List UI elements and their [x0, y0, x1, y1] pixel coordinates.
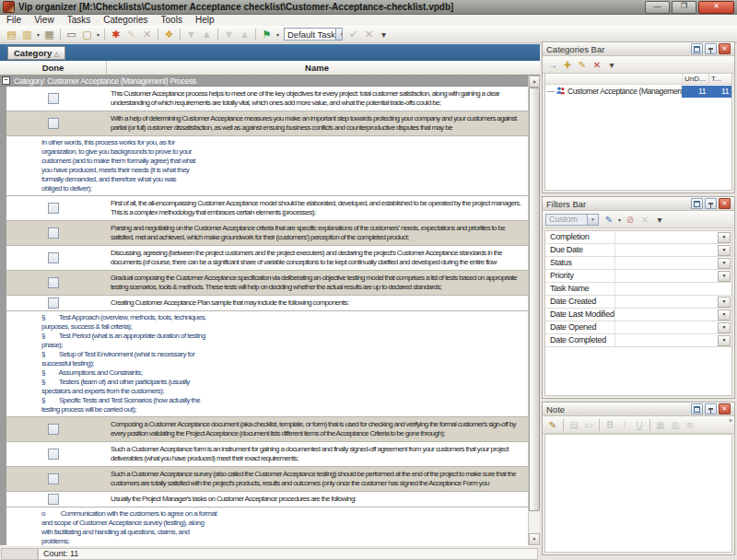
group-header-row[interactable]: −Category: Customer Acceptance (Manageme…: [0, 76, 528, 87]
categories-close-icon[interactable]: ✕: [719, 43, 731, 54]
bullet-list-icon[interactable]: ≣: [683, 418, 697, 431]
save-database-icon[interactable]: ▦: [41, 27, 57, 41]
filter-dropdown-icon[interactable]: ▼: [718, 335, 731, 346]
underline-icon[interactable]: U: [632, 418, 647, 431]
clear-filter-icon[interactable]: ⊘: [623, 213, 638, 226]
minimize-button[interactable]: —: [645, 1, 670, 14]
menu-item-categories[interactable]: Categories: [97, 15, 154, 26]
move-down-icon[interactable]: ▼: [183, 27, 199, 41]
complete-task-icon[interactable]: ❖: [161, 27, 177, 41]
task-row[interactable]: Parsing and negotiating on the Customer …: [6, 221, 528, 246]
add-category-icon[interactable]: ✚: [560, 58, 575, 71]
apply-filter-icon[interactable]: ✎: [602, 213, 616, 226]
filter-dropdown-icon[interactable]: ▼: [718, 232, 731, 243]
cancel-template-icon[interactable]: ✕: [361, 27, 377, 41]
filter-preset-combo[interactable]: Custom ▼: [545, 214, 599, 226]
expand-all-icon[interactable]: ▼: [221, 27, 237, 41]
task-checkbox[interactable]: [48, 203, 59, 214]
task-row[interactable]: This Customer Acceptance process helps t…: [6, 87, 528, 111]
column-header-name[interactable]: Name: [107, 61, 527, 75]
menu-item-help[interactable]: Help: [189, 15, 221, 26]
toolbar-overflow-icon[interactable]: ▾: [377, 28, 391, 41]
task-row[interactable]: Discussing, agreeing (between the projec…: [6, 246, 528, 271]
filter-dropdown-icon[interactable]: ▼: [718, 297, 731, 308]
combo-dropdown-icon[interactable]: ▼: [335, 29, 343, 40]
insert-image-icon[interactable]: ▦: [653, 418, 668, 431]
filters-toolbar-overflow-icon[interactable]: ▾: [652, 213, 667, 226]
categories-toolbar-overflow-icon[interactable]: ▾: [604, 58, 619, 71]
new-note-page-icon[interactable]: ▤: [567, 418, 581, 431]
task-checkbox[interactable]: [48, 494, 59, 505]
filter-dropdown-icon[interactable]: ▼: [718, 258, 731, 269]
close-button[interactable]: ✕: [698, 1, 734, 14]
edit-note-icon[interactable]: ✎: [545, 418, 560, 431]
italic-icon[interactable]: I: [617, 418, 632, 431]
edit-category-icon[interactable]: ✎: [575, 58, 590, 71]
total-column-header[interactable]: T...: [708, 74, 731, 84]
task-row[interactable]: Such a Customer Acceptance survey (also …: [6, 467, 528, 492]
task-row[interactable]: First of all, the all-encompassing Custo…: [6, 196, 528, 221]
edit-task-icon[interactable]: ✎: [123, 27, 139, 41]
apply-filter-dropdown-icon[interactable]: ▾: [616, 216, 623, 223]
print-preview-icon[interactable]: ▢: [79, 27, 95, 41]
task-checkbox[interactable]: [48, 298, 59, 309]
task-row[interactable]: Gradual composing the Customer Acceptanc…: [6, 271, 528, 296]
print-note-icon[interactable]: ▭: [581, 418, 596, 431]
task-row[interactable]: Usually the Project Manager's tasks on C…: [6, 492, 528, 508]
scroll-up-button[interactable]: ▲: [529, 76, 540, 88]
add-task-to-category-icon[interactable]: →: [545, 58, 560, 71]
filter-preset-dropdown-icon[interactable]: ▼: [587, 215, 598, 225]
delete-task-icon[interactable]: ✕: [139, 27, 155, 41]
task-template-combo[interactable]: Default Task▼: [284, 28, 343, 41]
menu-item-tools[interactable]: Tools: [155, 15, 189, 26]
scrollbar-thumb[interactable]: [529, 88, 540, 511]
filters-restore-icon[interactable]: [691, 198, 703, 209]
note-pin-icon[interactable]: [705, 403, 717, 414]
filters-pin-icon[interactable]: [705, 198, 717, 209]
task-checkbox[interactable]: [48, 228, 59, 239]
apply-template-icon[interactable]: ✔: [345, 27, 361, 41]
open-database-icon[interactable]: ▥: [19, 27, 35, 41]
note-content[interactable]: [544, 434, 732, 553]
bold-icon[interactable]: B: [602, 418, 617, 431]
task-row[interactable]: Creating Customer Acceptance Plan sample…: [6, 296, 528, 311]
task-checkbox[interactable]: [48, 449, 59, 460]
column-header-done[interactable]: Done: [0, 61, 107, 75]
filter-dropdown-icon[interactable]: ▼: [718, 322, 731, 333]
task-checkbox[interactable]: [48, 277, 59, 288]
collapse-all-icon[interactable]: ▲: [237, 27, 252, 41]
filter-dropdown-icon[interactable]: ▼: [718, 245, 731, 256]
maximize-button[interactable]: ❐: [672, 1, 696, 14]
insert-table-icon[interactable]: ▥: [668, 418, 683, 431]
delete-category-icon[interactable]: ✕: [590, 58, 604, 71]
highlight-flag-icon[interactable]: ⚑: [259, 27, 275, 41]
menu-item-file[interactable]: File: [0, 15, 28, 26]
note-close-icon[interactable]: ✕: [719, 403, 731, 414]
collapse-group-icon[interactable]: −: [2, 76, 10, 85]
task-checkbox[interactable]: [48, 118, 59, 129]
note-restore-icon[interactable]: [691, 403, 703, 414]
task-checkbox[interactable]: [48, 473, 59, 484]
highlight-flag-dropdown-icon[interactable]: ▾: [275, 31, 281, 38]
filter-dropdown-icon[interactable]: ▼: [718, 309, 731, 321]
delete-filter-icon[interactable]: ✕: [638, 213, 652, 226]
task-row[interactable]: Such a Customer Acceptance form is an in…: [6, 442, 528, 467]
vertical-scrollbar[interactable]: ▲ ▼: [528, 76, 540, 545]
task-row[interactable]: With a help of determining Customer Acce…: [6, 111, 528, 136]
filter-dropdown-icon[interactable]: ▼: [718, 271, 731, 282]
scroll-down-button[interactable]: ▼: [529, 533, 540, 545]
undone-column-header[interactable]: UnD...: [682, 74, 708, 84]
categories-restore-icon[interactable]: [691, 43, 703, 54]
print-icon[interactable]: ▭: [64, 27, 79, 41]
note-toolbar-overflow-icon[interactable]: »: [729, 417, 732, 425]
task-row[interactable]: Composing a Customer Acceptance document…: [6, 417, 528, 442]
task-checkbox[interactable]: [48, 93, 59, 104]
open-database-dropdown-icon[interactable]: ▾: [35, 31, 41, 38]
menu-item-tasks[interactable]: Tasks: [61, 15, 98, 26]
category-list-item[interactable]: Customer Acceptance (Management) Process…: [545, 85, 731, 98]
task-checkbox[interactable]: [48, 252, 59, 263]
filters-close-icon[interactable]: ✕: [719, 198, 731, 209]
task-checkbox[interactable]: [48, 424, 59, 435]
menu-item-view[interactable]: View: [28, 15, 61, 26]
print-preview-dropdown-icon[interactable]: ▾: [95, 31, 101, 38]
